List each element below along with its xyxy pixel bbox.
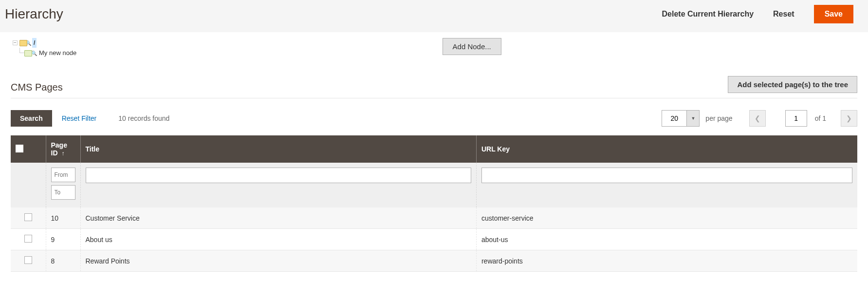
table-row[interactable]: 8 Reward Points reward-points	[11, 250, 857, 272]
column-title[interactable]: Title	[80, 135, 476, 163]
cell-url: about-us	[476, 229, 857, 250]
grid-toolbar: Search Reset Filter 10 records found ▼ p…	[11, 110, 857, 127]
add-node-button[interactable]: Add Node...	[443, 38, 501, 55]
cell-url: reward-points	[476, 250, 857, 272]
page-size-control: ▼	[662, 110, 700, 127]
cell-page-id: 8	[46, 250, 80, 272]
column-url-key-label: URL Key	[481, 145, 510, 153]
tree-root-label: /	[32, 38, 37, 48]
delete-hierarchy-button[interactable]: Delete Current Hierarchy	[662, 10, 754, 19]
cms-section-title: CMS Pages	[11, 82, 63, 93]
table-row[interactable]: 9 About us about-us	[11, 229, 857, 250]
page-of-text: of 1	[815, 114, 826, 122]
tree-root-node[interactable]: − 🔍 /	[13, 38, 76, 48]
folder-icon	[19, 40, 27, 46]
cell-title: About us	[80, 229, 476, 250]
reset-button[interactable]: Reset	[773, 10, 794, 19]
save-button[interactable]: Save	[814, 5, 853, 23]
page-header: Hierarchy Delete Current Hierarchy Reset…	[0, 0, 868, 32]
records-found-text: 10 records found	[118, 114, 169, 122]
filter-row	[11, 163, 857, 207]
filter-page-id-to[interactable]	[51, 185, 75, 200]
cell-title: Customer Service	[80, 207, 476, 229]
tree-child-node[interactable]: 🔍 My new node	[13, 48, 76, 58]
page-number-input[interactable]	[785, 110, 807, 127]
body-section: − 🔍 / 🔍 My new node Add Node... CMS Page…	[0, 32, 868, 272]
reset-filter-link[interactable]: Reset Filter	[62, 114, 97, 122]
column-title-label: Title	[86, 145, 100, 153]
cell-page-id: 9	[46, 229, 80, 250]
tree-child-label: My new node	[39, 48, 76, 58]
toolbar-left: Search Reset Filter 10 records found	[11, 110, 169, 127]
page-size-dropdown[interactable]: ▼	[686, 111, 699, 126]
column-page-id-label: Page ID	[51, 141, 67, 157]
cms-section-header: CMS Pages Add selected page(s) to the tr…	[11, 76, 857, 98]
column-page-id[interactable]: Page ID ↑	[46, 135, 80, 163]
row-checkbox[interactable]	[24, 235, 32, 243]
add-node-wrap: Add Node...	[86, 38, 857, 55]
prev-page-button[interactable]: ❮	[749, 110, 766, 127]
page-size-input[interactable]	[662, 111, 686, 126]
chevron-left-icon: ❮	[755, 114, 760, 122]
cms-pages-grid: Page ID ↑ Title URL Key	[11, 135, 857, 272]
chevron-right-icon: ❯	[846, 114, 852, 122]
hierarchy-tree: − 🔍 / 🔍 My new node	[13, 38, 76, 58]
page-title: Hierarchy	[5, 6, 63, 22]
column-url-key[interactable]: URL Key	[476, 135, 857, 163]
row-checkbox[interactable]	[24, 256, 32, 264]
tree-collapse-icon[interactable]: −	[13, 40, 18, 45]
sort-asc-icon: ↑	[61, 150, 64, 157]
page-icon	[24, 50, 32, 56]
add-selected-pages-button[interactable]: Add selected page(s) to the tree	[728, 76, 857, 93]
row-checkbox[interactable]	[24, 213, 32, 221]
column-select-all[interactable]	[11, 135, 46, 163]
cell-page-id: 10	[46, 207, 80, 229]
next-page-button[interactable]: ❯	[841, 110, 857, 127]
header-actions: Delete Current Hierarchy Reset Save	[662, 5, 853, 23]
filter-url-input[interactable]	[481, 168, 852, 183]
search-button[interactable]: Search	[11, 110, 52, 127]
cell-url: customer-service	[476, 207, 857, 229]
per-page-label: per page	[705, 114, 732, 122]
filter-title-input[interactable]	[86, 168, 471, 183]
toolbar-right: ▼ per page ❮ of 1 ❯	[662, 110, 857, 127]
select-all-checkbox[interactable]	[16, 145, 23, 152]
cell-title: Reward Points	[80, 250, 476, 272]
tree-area: − 🔍 / 🔍 My new node Add Node...	[11, 38, 857, 58]
filter-page-id-from[interactable]	[51, 168, 75, 182]
table-row[interactable]: 10 Customer Service customer-service	[11, 207, 857, 229]
